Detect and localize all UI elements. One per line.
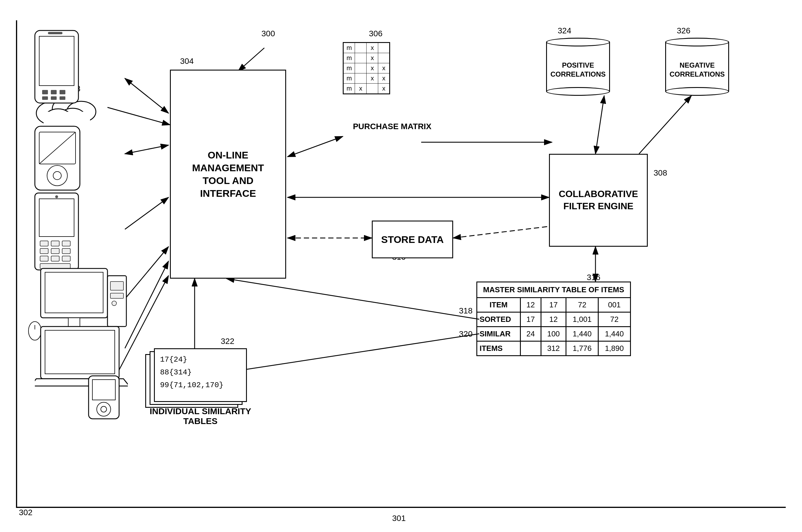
svg-line-7 — [125, 247, 168, 299]
svg-line-15 — [453, 226, 549, 238]
mediaplayer-svg — [32, 125, 84, 192]
store-data-box: STORE DATA — [372, 221, 453, 258]
svg-rect-32 — [59, 90, 65, 94]
svg-point-62 — [112, 301, 116, 306]
svg-line-4 — [125, 78, 168, 113]
svg-point-41 — [53, 172, 61, 180]
svg-line-16 — [596, 96, 604, 154]
management-tool-box: ON-LINE MANAGEMENT TOOL AND INTERFACE — [170, 70, 286, 279]
diagram-container: 302 301 — [0, 0, 802, 532]
svg-line-10 — [108, 108, 170, 125]
master-similarity-table: MASTER SIMILARITY TABLE OF ITEMS ITEM 12… — [476, 282, 631, 356]
svg-rect-29 — [39, 36, 74, 86]
svg-rect-31 — [51, 90, 57, 94]
ind-table-page1: 17{24} 88{314} 99{71,102,170} — [154, 348, 247, 402]
svg-rect-30 — [42, 90, 48, 94]
svg-rect-60 — [110, 282, 124, 290]
svg-rect-68 — [45, 330, 115, 374]
svg-rect-47 — [62, 241, 70, 246]
svg-rect-45 — [40, 241, 48, 246]
svg-rect-61 — [110, 293, 124, 298]
ipod-svg — [87, 375, 122, 421]
svg-line-19 — [232, 334, 479, 372]
svg-line-8 — [125, 261, 168, 348]
svg-line-5 — [125, 145, 168, 154]
svg-rect-35 — [59, 96, 65, 100]
purchase-matrix-table: mx mx mxx mxx mxx — [343, 42, 390, 94]
svg-rect-50 — [62, 248, 70, 254]
negative-correlations-cylinder: NEGATIVE CORRELATIONS — [665, 38, 729, 96]
svg-line-11 — [288, 136, 343, 157]
svg-rect-48 — [40, 248, 48, 254]
ref-326: 326 — [677, 26, 690, 35]
svg-line-17 — [639, 96, 691, 154]
svg-point-44 — [55, 195, 58, 198]
ref-302: 302 — [19, 508, 33, 517]
svg-rect-33 — [42, 96, 48, 100]
svg-rect-53 — [62, 256, 70, 261]
purchase-matrix-label: PURCHASE MATRIX — [340, 122, 444, 131]
ref-316: 316 — [587, 273, 600, 282]
svg-rect-70 — [92, 380, 115, 400]
svg-rect-43 — [39, 199, 74, 236]
svg-line-20 — [226, 279, 479, 319]
ref-308: 308 — [654, 168, 667, 178]
svg-line-6 — [125, 197, 168, 229]
svg-rect-46 — [51, 241, 59, 246]
collaborative-filter-box: COLLABORATIVE FILTER ENGINE — [549, 154, 648, 247]
ref-322: 322 — [221, 337, 234, 346]
ref-318: 318 — [459, 306, 473, 316]
ref-306: 306 — [369, 29, 383, 38]
svg-point-72 — [101, 406, 107, 412]
border-302 — [16, 20, 17, 508]
ref-324: 324 — [558, 26, 571, 35]
svg-rect-51 — [40, 256, 48, 261]
svg-rect-56 — [45, 272, 103, 313]
svg-rect-52 — [51, 256, 59, 261]
svg-rect-49 — [51, 248, 59, 254]
ref-304: 304 — [180, 57, 194, 66]
svg-rect-36 — [48, 32, 62, 34]
positive-correlations-cylinder: POSITIVE CORRELATIONS — [546, 38, 610, 96]
ref-300: 300 — [261, 29, 275, 38]
ref-320: 320 — [459, 329, 473, 339]
svg-line-3 — [238, 48, 264, 71]
ref-301: 301 — [392, 514, 406, 523]
border-302-bottom — [16, 507, 786, 508]
individual-tables-label: INDIVIDUAL SIMILARITY TABLES — [142, 406, 258, 426]
svg-rect-34 — [51, 96, 57, 100]
mobile-phone-svg — [29, 192, 87, 273]
smartphone-svg — [29, 29, 87, 104]
